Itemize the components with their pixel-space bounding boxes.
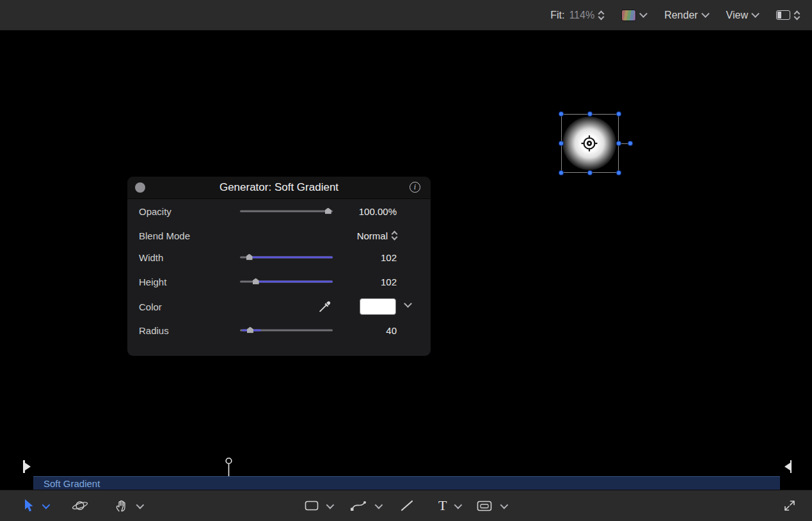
playhead[interactable]	[225, 457, 233, 476]
bottom-toolbar: T	[0, 490, 812, 521]
height-value: 102	[381, 277, 397, 287]
hand-icon	[115, 499, 129, 513]
height-slider[interactable]	[240, 272, 333, 291]
select-tool-menu-chevron-icon[interactable]	[42, 501, 51, 509]
rectangle-tool[interactable]	[305, 501, 319, 511]
color-swatch[interactable]	[360, 298, 396, 315]
expand-arrows-icon	[783, 499, 797, 513]
hud-title-bar[interactable]: Generator: Soft Gradient i	[127, 177, 431, 199]
selection-handle[interactable]	[559, 141, 564, 146]
selection-handle[interactable]	[559, 111, 564, 116]
paint-stroke-tool[interactable]	[400, 499, 414, 512]
info-icon[interactable]: i	[410, 182, 420, 193]
bezier-pen-icon	[350, 499, 367, 512]
mask-tool-menu-chevron-icon[interactable]	[500, 501, 509, 509]
motion-app-window: Fit: 114% Render View	[0, 0, 812, 521]
zoom-stepper-icon[interactable]	[599, 12, 603, 19]
view-menu[interactable]: View	[726, 10, 758, 21]
hud-panel: Generator: Soft Gradient i Opacity 100.0…	[127, 177, 431, 356]
bezier-tool-menu-chevron-icon[interactable]	[375, 501, 383, 509]
canvas-stage[interactable]: Generator: Soft Gradient i Opacity 100.0…	[0, 31, 812, 457]
view-label: View	[726, 10, 748, 21]
selection-handle[interactable]	[616, 111, 621, 116]
image-mask-tool[interactable]	[477, 501, 492, 511]
radius-value: 40	[386, 325, 397, 336]
pan-tool[interactable]	[115, 499, 129, 513]
chevron-down-icon	[701, 10, 710, 18]
mini-timeline[interactable]	[0, 457, 812, 476]
selection-handle[interactable]	[587, 170, 593, 175]
select-transform-tool[interactable]	[23, 499, 35, 513]
window-layout-icon	[776, 10, 790, 20]
render-label: Render	[664, 10, 697, 21]
shape-tool-menu-chevron-icon[interactable]	[326, 501, 335, 509]
pan-tool-menu-chevron-icon[interactable]	[136, 501, 145, 509]
blend-mode-label: Blend Mode	[139, 230, 190, 241]
timeline-clip-soft-gradient[interactable]: Soft Gradient	[33, 476, 780, 490]
slider-fill	[252, 257, 333, 259]
paint-stroke-icon	[400, 499, 414, 512]
selection-handle[interactable]	[559, 170, 564, 175]
clip-label: Soft Gradient	[44, 478, 100, 489]
text-tool[interactable]: T	[438, 497, 447, 514]
opacity-slider[interactable]	[240, 202, 333, 221]
radius-label: Radius	[139, 325, 169, 336]
layout-control[interactable]	[776, 10, 799, 20]
render-menu[interactable]: Render	[664, 10, 708, 21]
play-range-in-marker[interactable]	[23, 460, 31, 473]
chevron-down-icon	[751, 10, 760, 18]
blend-mode-value: Normal	[357, 230, 388, 241]
transform-3d-tool[interactable]	[71, 499, 89, 512]
fit-label: Fit:	[550, 10, 564, 21]
height-label: Height	[139, 277, 166, 287]
bezier-tool[interactable]	[350, 499, 367, 512]
select-arrow-icon	[23, 499, 35, 513]
opacity-label: Opacity	[139, 206, 171, 217]
slider-thumb[interactable]	[325, 208, 331, 214]
mask-icon	[477, 501, 492, 511]
text-tool-menu-chevron-icon[interactable]	[454, 501, 463, 509]
expand-timeline-button[interactable]	[783, 499, 797, 513]
selection-handle[interactable]	[616, 141, 621, 146]
zoom-value: 114%	[569, 10, 594, 21]
slider-track	[240, 211, 333, 212]
orbit-3d-icon	[71, 499, 89, 512]
color-channels-icon	[621, 10, 636, 21]
slider-thumb[interactable]	[253, 278, 259, 285]
popup-stepper-icon	[392, 232, 397, 239]
width-value: 102	[381, 252, 397, 263]
radius-slider[interactable]	[240, 321, 333, 340]
top-toolbar: Fit: 114% Render View	[0, 0, 812, 31]
slider-fill	[259, 281, 333, 283]
selection-handle[interactable]	[616, 170, 621, 175]
chevron-down-icon[interactable]	[404, 300, 412, 308]
slider-thumb[interactable]	[246, 254, 253, 260]
layout-stepper-icon	[795, 12, 799, 19]
channel-color-control[interactable]	[621, 10, 646, 21]
hud-title: Generator: Soft Gradient	[127, 181, 431, 194]
zoom-control[interactable]: Fit: 114%	[550, 10, 603, 21]
selection-handle[interactable]	[587, 111, 593, 116]
play-range-out-marker[interactable]	[784, 460, 792, 473]
chevron-down-icon	[639, 10, 648, 18]
selection-handle[interactable]	[628, 141, 633, 146]
anchor-target-icon[interactable]	[580, 134, 598, 152]
eyedropper-icon[interactable]	[318, 300, 332, 314]
width-label: Width	[139, 252, 163, 263]
opacity-value: 100.00%	[359, 206, 397, 217]
blend-mode-popup[interactable]: Normal	[357, 226, 397, 245]
color-label: Color	[139, 301, 162, 312]
slider-thumb[interactable]	[247, 327, 253, 333]
rectangle-icon	[305, 501, 319, 511]
width-slider[interactable]	[240, 248, 333, 267]
